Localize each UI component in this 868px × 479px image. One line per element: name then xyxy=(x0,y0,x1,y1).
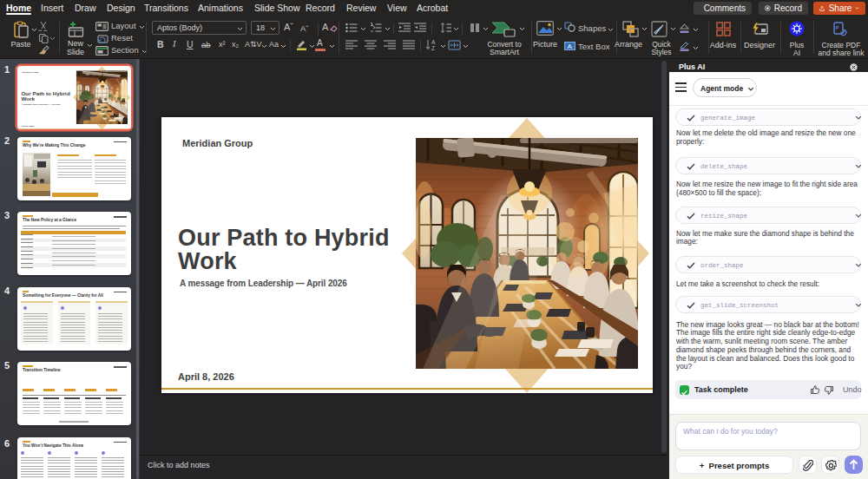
svg-text:A: A xyxy=(431,39,436,45)
svg-text:P: P xyxy=(836,25,839,30)
svg-text:Z: Z xyxy=(431,45,435,51)
svg-text:A: A xyxy=(568,43,573,50)
